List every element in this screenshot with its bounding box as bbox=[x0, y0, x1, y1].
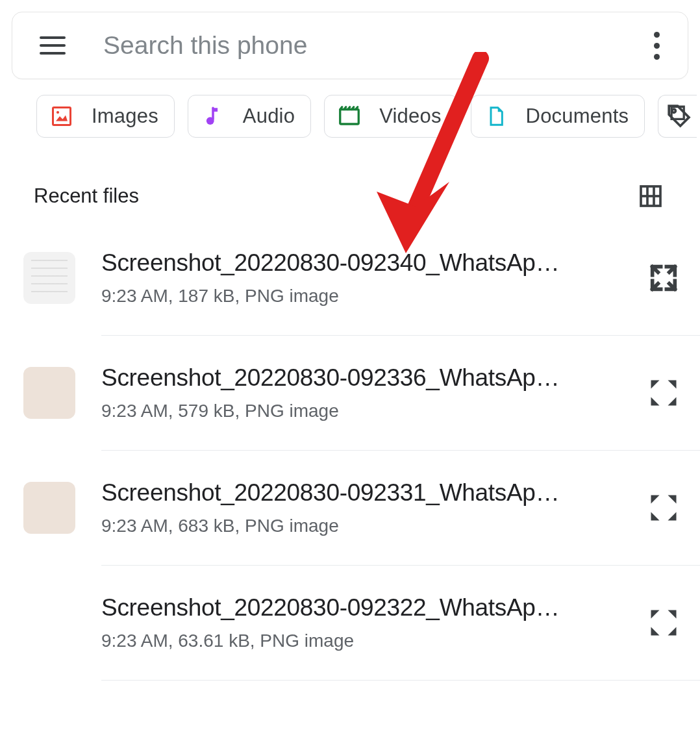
svg-marker-15 bbox=[668, 381, 677, 389]
file-text: Screenshot_20220830-092331_WhatsApp.p...… bbox=[101, 479, 619, 536]
expand-icon[interactable] bbox=[645, 605, 682, 641]
svg-marker-1 bbox=[56, 116, 68, 121]
chip-label: Images bbox=[92, 105, 158, 128]
svg-marker-18 bbox=[651, 495, 660, 504]
tag-icon bbox=[666, 103, 692, 129]
chip-label: Documents bbox=[526, 105, 629, 128]
file-row[interactable]: Screenshot_20220830-092331_WhatsApp.p...… bbox=[0, 451, 700, 565]
svg-point-3 bbox=[206, 117, 214, 125]
document-icon bbox=[483, 103, 509, 129]
chip-label: Audio bbox=[243, 105, 295, 128]
file-meta: 9:23 AM, 683 kB, PNG image bbox=[101, 516, 619, 536]
svg-point-5 bbox=[672, 109, 675, 112]
file-name: Screenshot_20220830-092336_WhatsApp.p... bbox=[101, 364, 569, 392]
svg-marker-24 bbox=[651, 627, 660, 636]
file-name: Screenshot_20220830-092331_WhatsApp.p... bbox=[101, 479, 569, 507]
svg-marker-16 bbox=[651, 397, 660, 406]
file-row[interactable]: Screenshot_20220830-092340_WhatsApp.... … bbox=[0, 221, 700, 335]
audio-icon bbox=[200, 103, 226, 129]
expand-icon[interactable] bbox=[645, 260, 682, 296]
section-title: Recent files bbox=[34, 184, 139, 208]
divider bbox=[101, 680, 700, 681]
svg-marker-19 bbox=[668, 495, 677, 504]
video-icon bbox=[336, 103, 362, 129]
expand-icon[interactable] bbox=[645, 375, 682, 411]
chip-videos[interactable]: Videos bbox=[324, 95, 457, 138]
file-meta: 9:23 AM, 579 kB, PNG image bbox=[101, 401, 619, 421]
file-row[interactable]: Screenshot_20220830-092322_WhatsApp.p...… bbox=[0, 566, 700, 680]
chip-label: Videos bbox=[379, 105, 441, 128]
image-icon bbox=[49, 103, 75, 129]
svg-marker-22 bbox=[651, 610, 660, 619]
section-header: Recent files bbox=[0, 138, 700, 209]
file-thumbnail bbox=[23, 252, 75, 304]
chip-audio[interactable]: Audio bbox=[188, 95, 311, 138]
menu-icon[interactable] bbox=[37, 30, 68, 61]
search-input[interactable]: Search this phone bbox=[103, 31, 641, 60]
file-text: Screenshot_20220830-092336_WhatsApp.p...… bbox=[101, 364, 619, 421]
chip-documents[interactable]: Documents bbox=[471, 95, 645, 138]
svg-marker-23 bbox=[668, 610, 677, 619]
filter-chips-row: Images Audio Videos Documents bbox=[0, 79, 700, 138]
more-options-icon[interactable] bbox=[641, 30, 672, 61]
file-thumbnail bbox=[23, 367, 75, 419]
chip-images[interactable]: Images bbox=[36, 95, 175, 138]
chip-more[interactable] bbox=[658, 95, 697, 138]
file-thumbnail bbox=[23, 482, 75, 534]
file-text: Screenshot_20220830-092322_WhatsApp.p...… bbox=[101, 594, 619, 651]
file-name: Screenshot_20220830-092322_WhatsApp.p... bbox=[101, 594, 569, 621]
svg-rect-4 bbox=[340, 110, 359, 125]
file-thumbnail bbox=[23, 597, 75, 649]
expand-icon[interactable] bbox=[645, 490, 682, 526]
search-bar: Search this phone bbox=[12, 12, 688, 79]
file-name: Screenshot_20220830-092340_WhatsApp.... bbox=[101, 249, 569, 277]
svg-marker-17 bbox=[668, 397, 677, 406]
file-meta: 9:23 AM, 187 kB, PNG image bbox=[101, 286, 619, 307]
grid-view-toggle[interactable] bbox=[638, 183, 664, 209]
file-row[interactable]: Screenshot_20220830-092336_WhatsApp.p...… bbox=[0, 336, 700, 450]
svg-marker-21 bbox=[668, 512, 677, 521]
file-text: Screenshot_20220830-092340_WhatsApp.... … bbox=[101, 249, 619, 307]
file-meta: 9:23 AM, 63.61 kB, PNG image bbox=[101, 631, 619, 651]
svg-marker-20 bbox=[651, 512, 660, 521]
file-list: Screenshot_20220830-092340_WhatsApp.... … bbox=[0, 209, 700, 681]
svg-rect-0 bbox=[53, 108, 71, 125]
svg-point-2 bbox=[56, 111, 59, 114]
svg-marker-14 bbox=[651, 381, 660, 389]
svg-marker-25 bbox=[668, 627, 677, 636]
